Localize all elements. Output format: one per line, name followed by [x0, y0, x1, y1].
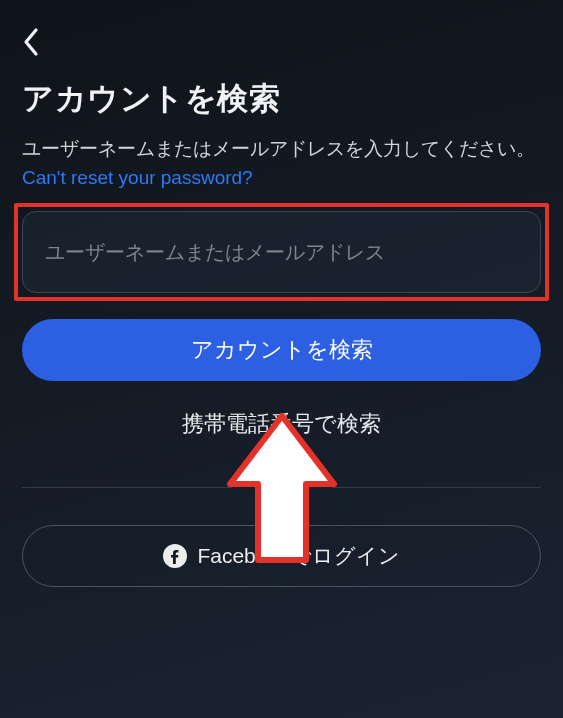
separator-label: または	[243, 477, 321, 497]
page-subtitle: ユーザーネームまたはメールアドレスを入力してください。	[22, 134, 541, 163]
facebook-login-label: Facebookでログイン	[197, 542, 399, 570]
input-highlight-wrap	[22, 211, 541, 293]
cant-reset-link[interactable]: Can't reset your password?	[22, 167, 541, 189]
search-by-phone-link[interactable]: 携帯電話番号で検索	[22, 409, 541, 439]
facebook-login-button[interactable]: Facebookでログイン	[22, 525, 541, 587]
back-button[interactable]	[22, 24, 58, 60]
username-or-email-input[interactable]	[22, 211, 541, 293]
facebook-icon	[163, 544, 187, 568]
separator: または	[22, 475, 541, 499]
header-row	[22, 24, 541, 60]
screen-root: アカウントを検索 ユーザーネームまたはメールアドレスを入力してください。 Can…	[0, 0, 563, 718]
page-title: アカウントを検索	[22, 78, 541, 120]
search-account-button[interactable]: アカウントを検索	[22, 319, 541, 381]
chevron-left-icon	[22, 27, 40, 57]
